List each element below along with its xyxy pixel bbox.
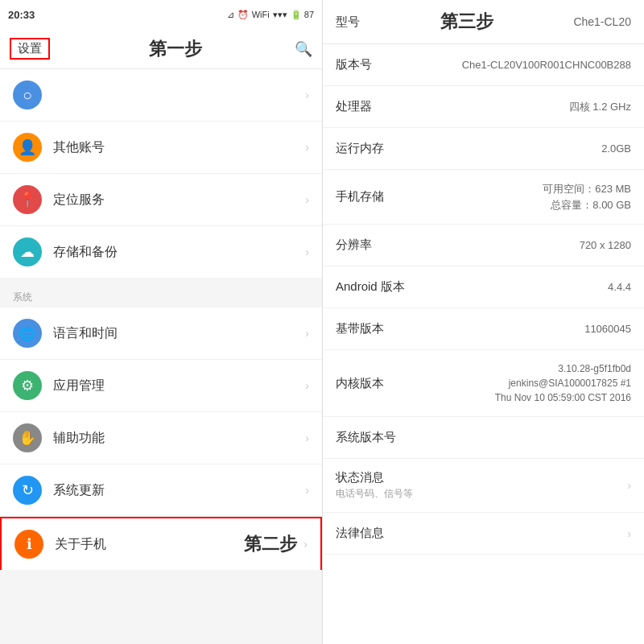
chevron-icon-accounts: › — [305, 141, 309, 154]
menu-item-app-mgr[interactable]: ⚙ 应用管理 › — [0, 360, 322, 412]
processor-value: 四核 1.2 GHz — [400, 99, 631, 115]
chevron-icon-storage: › — [305, 246, 309, 258]
chevron-icon-location: › — [305, 193, 309, 206]
ram-value: 2.0GB — [400, 141, 631, 157]
legal-label: 法律信息 — [336, 526, 400, 541]
menu-item-other-accounts[interactable]: 👤 其他账号 › — [0, 122, 322, 174]
battery-icon: 🔋 87 — [291, 10, 314, 20]
location-icon: 📍 — [13, 185, 42, 214]
info-row-kernel: 内核版本 3.10.28-g5f1fb0d jenkins@SIA1000017… — [323, 350, 644, 417]
menu-label-language: 语言和时间 — [53, 325, 305, 342]
step-two-label: 第二步 — [244, 532, 297, 556]
system-section-header: 系统 — [0, 284, 322, 308]
status-label: 状态消息 — [336, 470, 621, 485]
chevron-icon: › — [305, 89, 309, 101]
chevron-icon-language: › — [305, 327, 309, 340]
app-mgr-icon: ⚙ — [13, 371, 42, 400]
left-panel: 20:33 ⊿ ⏰ WiFi ▾▾▾ 🔋 87 设置 第一步 🔍 ○ › 👤 其… — [0, 0, 322, 644]
search-icon[interactable]: 🔍 — [295, 40, 312, 58]
version-value: Che1-CL20V100R001CHNC00B288 — [400, 57, 631, 73]
chevron-icon-about: › — [303, 538, 308, 551]
chevron-icon-status: › — [627, 479, 631, 492]
chevron-icon-accessibility: › — [305, 431, 309, 444]
signal-bars: ▾▾▾ — [273, 10, 287, 20]
menu-label-storage: 存储和备份 — [53, 244, 305, 261]
about-icon: ℹ — [14, 530, 43, 559]
info-row-resolution: 分辨率 720 x 1280 — [323, 225, 644, 266]
wifi-icon: WiFi — [252, 10, 270, 19]
model-label: 型号 — [336, 14, 360, 30]
system-menu-list: 🌐 语言和时间 › ⚙ 应用管理 › ✋ 辅助功能 › ↻ 系统更新 › ℹ 关… — [0, 308, 322, 570]
info-row-processor: 处理器 四核 1.2 GHz — [323, 86, 644, 128]
kernel-label: 内核版本 — [336, 376, 400, 391]
top-menu-list: ○ › 👤 其他账号 › 📍 定位服务 › ☁ 存储和备份 › — [0, 69, 322, 278]
android-value: 4.4.4 — [416, 279, 631, 295]
info-row-sys-version: 系统版本号 — [323, 417, 644, 459]
right-panel: 型号 第三步 Che1-CL20 版本号 Che1-CL20V100R001CH… — [322, 0, 644, 644]
processor-label: 处理器 — [336, 99, 400, 114]
kernel-value: 3.10.28-g5f1fb0d jenkins@SIA1000017825 #… — [400, 361, 631, 405]
step-three-label: 第三步 — [440, 10, 493, 34]
status-icons: ⊿ ⏰ WiFi ▾▾▾ 🔋 87 — [227, 10, 314, 20]
android-label: Android 版本 — [336, 279, 416, 295]
menu-label-update: 系统更新 — [53, 482, 305, 499]
info-row-baseband: 基带版本 11060045 — [323, 308, 644, 350]
info-row-version: 版本号 Che1-CL20V100R001CHNC00B288 — [323, 44, 644, 86]
toolbar: 设置 第一步 🔍 — [0, 29, 322, 69]
model-value: Che1-CL20 — [573, 15, 631, 28]
chevron-icon-app-mgr: › — [305, 379, 309, 392]
menu-label-location: 定位服务 — [53, 192, 305, 208]
circle-icon: ○ — [13, 80, 42, 109]
menu-label-app-mgr: 应用管理 — [53, 378, 305, 394]
chevron-icon-update: › — [305, 484, 309, 497]
menu-item-language[interactable]: 🌐 语言和时间 › — [0, 308, 322, 360]
info-row-legal[interactable]: 法律信息 › — [323, 513, 644, 555]
chevron-icon-legal: › — [627, 527, 631, 540]
status-sublabel: 电话号码、信号等 — [336, 487, 621, 501]
info-row-status[interactable]: 状态消息 电话号码、信号等 › — [323, 459, 644, 513]
ram-label: 运行内存 — [336, 141, 400, 156]
info-row-ram: 运行内存 2.0GB — [323, 128, 644, 170]
menu-item-accessibility[interactable]: ✋ 辅助功能 › — [0, 412, 322, 464]
menu-item-update[interactable]: ↻ 系统更新 › — [0, 464, 322, 517]
step-one-label: 第一步 — [56, 37, 295, 61]
signal-icon: ⊿ — [227, 10, 234, 20]
menu-item-circle[interactable]: ○ › — [0, 69, 322, 122]
baseband-label: 基带版本 — [336, 321, 400, 336]
storage-label: 手机存储 — [336, 189, 400, 204]
settings-label: 设置 — [10, 38, 50, 60]
resolution-value: 720 x 1280 — [400, 237, 631, 254]
status-time: 20:33 — [8, 9, 35, 21]
menu-item-location[interactable]: 📍 定位服务 › — [0, 174, 322, 226]
menu-label-about: 关于手机 — [55, 536, 237, 553]
menu-label-other-accounts: 其他账号 — [53, 139, 305, 156]
storage-icon: ☁ — [13, 237, 42, 266]
accounts-icon: 👤 — [13, 133, 42, 162]
accessibility-icon: ✋ — [13, 423, 42, 452]
update-icon: ↻ — [13, 476, 42, 505]
baseband-value: 11060045 — [400, 321, 631, 337]
info-header: 型号 第三步 Che1-CL20 — [323, 0, 644, 44]
info-row-storage: 手机存储 可用空间：623 MB 总容量：8.00 GB — [323, 170, 644, 225]
version-label: 版本号 — [336, 57, 400, 72]
menu-label-accessibility: 辅助功能 — [53, 430, 305, 447]
info-row-android: Android 版本 4.4.4 — [323, 266, 644, 308]
alarm-icon: ⏰ — [237, 10, 249, 20]
status-bar: 20:33 ⊿ ⏰ WiFi ▾▾▾ 🔋 87 — [0, 0, 322, 29]
storage-value: 可用空间：623 MB 总容量：8.00 GB — [400, 181, 631, 213]
menu-item-storage[interactable]: ☁ 存储和备份 › — [0, 226, 322, 278]
menu-item-about[interactable]: ℹ 关于手机 第二步 › — [0, 517, 322, 570]
sys-version-label: 系统版本号 — [336, 430, 400, 445]
language-icon: 🌐 — [13, 319, 42, 348]
resolution-label: 分辨率 — [336, 237, 400, 253]
